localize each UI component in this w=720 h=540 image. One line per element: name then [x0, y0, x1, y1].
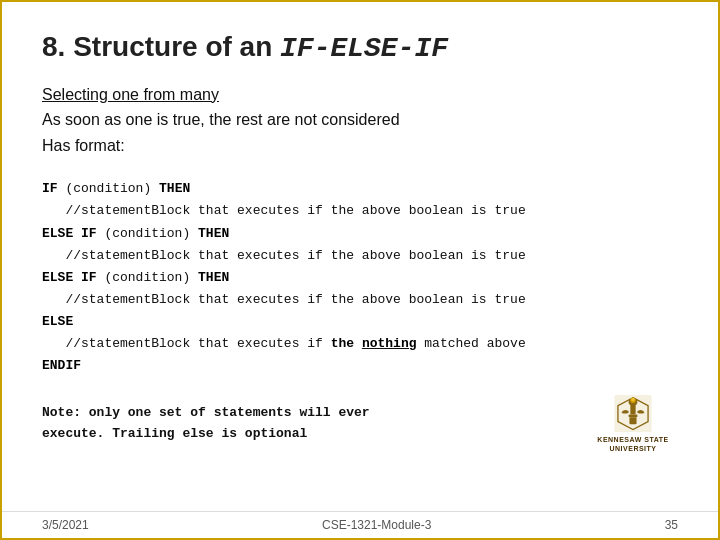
svg-rect-3 [629, 415, 638, 418]
slide-container: 8. Structure of an IF-ELSE-IF Selecting … [0, 0, 720, 540]
code-block: IF (condition) THEN //statementBlock tha… [42, 178, 678, 377]
intro-line-2: As soon as one is true, the rest are not… [42, 107, 678, 133]
ksu-logo: KENNESAW STATE UNIVERSITY [588, 395, 678, 453]
ksu-name: KENNESAW STATE UNIVERSITY [597, 436, 668, 453]
footer-page: 35 [665, 518, 678, 532]
code-line-4: //statementBlock that executes if the ab… [42, 245, 678, 267]
code-line-7: ELSE [42, 311, 678, 333]
title-italic: IF-ELSE-IF [280, 33, 448, 64]
footer-course: CSE-1321-Module-3 [322, 518, 431, 532]
slide-title: 8. Structure of an IF-ELSE-IF [42, 30, 678, 66]
code-line-9: ENDIF [42, 355, 678, 377]
svg-point-6 [631, 398, 635, 402]
intro-text: Selecting one from many As soon as one i… [42, 82, 678, 159]
intro-line-3: Has format: [42, 133, 678, 159]
footer-date: 3/5/2021 [42, 518, 89, 532]
title-prefix: 8. Structure of an [42, 31, 280, 62]
note-line-1: Note: only one set of statements will ev… [42, 403, 570, 424]
code-line-2: //statementBlock that executes if the ab… [42, 200, 678, 222]
code-line-6: //statementBlock that executes if the ab… [42, 289, 678, 311]
note-area: Note: only one set of statements will ev… [42, 395, 678, 453]
intro-line-1: Selecting one from many [42, 82, 678, 108]
note-line-2: execute. Trailing else is optional [42, 424, 570, 445]
code-line-8: //statementBlock that executes if the no… [42, 333, 678, 355]
ksu-emblem-icon [612, 395, 654, 432]
slide-footer: 3/5/2021 CSE-1321-Module-3 35 [2, 511, 718, 538]
code-line-3: ELSE IF (condition) THEN [42, 223, 678, 245]
ksu-name-line2: UNIVERSITY [597, 445, 668, 453]
ksu-name-line1: KENNESAW STATE [597, 436, 668, 444]
svg-rect-4 [629, 417, 636, 424]
note-text: Note: only one set of statements will ev… [42, 403, 570, 445]
code-line-1: IF (condition) THEN [42, 178, 678, 200]
code-line-5: ELSE IF (condition) THEN [42, 267, 678, 289]
slide-content: 8. Structure of an IF-ELSE-IF Selecting … [2, 2, 718, 511]
